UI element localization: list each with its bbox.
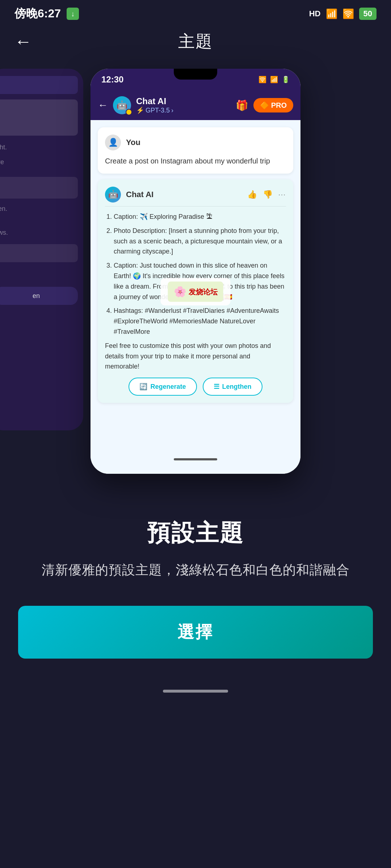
chat-model: ⚡ GPT-3.5 › <box>136 106 173 114</box>
chat-avatar-badge <box>126 109 132 115</box>
ai-response-item3: Caption: Just touched down in this slice… <box>114 260 286 302</box>
action-buttons: 🔄 Regenerate ☰ Lengthen <box>105 378 286 396</box>
ai-avatar: 🤖 <box>105 187 121 203</box>
ai-message-header: 🤖 Chat AI 👍 👎 ··· <box>105 187 286 207</box>
status-bar: 傍晚6:27 ↓ HD 📶 🛜 50 <box>0 0 391 25</box>
chat-header-left: ← 🤖 Chat AI ⚡ GPT-3.5 › <box>98 96 173 114</box>
theme-title: 預設主題 <box>29 517 362 549</box>
user-name: You <box>126 138 140 147</box>
bottom-home-indicator <box>163 690 228 693</box>
header: ← 主題 <box>0 25 391 61</box>
ai-response-item4: Hashtags: #Wanderlust #TravelDiaries #Ad… <box>114 306 286 337</box>
ai-message: 🤖 Chat AI 👍 👎 ··· Caption: ✈️ Exploring … <box>98 179 293 403</box>
regenerate-button[interactable]: 🔄 Regenerate <box>129 378 197 396</box>
ai-header-left: 🤖 Chat AI <box>105 187 154 203</box>
chat-avatar: 🤖 <box>113 96 131 114</box>
phone-wifi-icon: 🛜 <box>258 76 266 84</box>
model-lightning-icon: ⚡ <box>136 106 144 114</box>
phone-signal-icon: 📶 <box>270 76 278 84</box>
theme-info: 預設主題 清新優雅的預設主題，淺綠松石色和白色的和諧融合 <box>0 495 391 595</box>
user-message-text: Create a post on Instagram about my wond… <box>105 156 286 166</box>
ai-actions: 👍 👎 ··· <box>247 190 286 199</box>
thumbdown-button[interactable]: 👎 <box>263 190 273 199</box>
back-button[interactable]: ← <box>14 33 32 50</box>
signal-icon: 📶 <box>326 8 337 20</box>
main-content: ight. ore een. d ews. s, en 12:30 🛜 📶 🔋 <box>0 61 391 495</box>
message-padding <box>98 409 293 438</box>
ai-response-item1: Caption: ✈️ Exploring Paradise 🏝 <box>114 212 286 222</box>
chat-app-header: ← 🤖 Chat AI ⚡ GPT-3.5 › 🎁 🔶 PRO <box>91 90 300 120</box>
user-message-header: 👤 You <box>105 135 286 150</box>
page-title: 主題 <box>178 30 213 53</box>
chat-title-group: Chat AI ⚡ GPT-3.5 › <box>136 96 173 114</box>
phone-notch-bar: 12:30 🛜 📶 🔋 <box>91 69 300 90</box>
status-time: 傍晚6:27 <box>14 6 61 22</box>
phone-left-preview: ight. ore een. d ews. s, en <box>0 69 83 430</box>
lengthen-button[interactable]: ☰ Lengthen <box>203 378 262 396</box>
phone-time: 12:30 <box>101 75 123 85</box>
user-avatar: 👤 <box>105 135 121 150</box>
thumbup-button[interactable]: 👍 <box>247 190 257 199</box>
ai-response-item2: Photo Description: [Insert a stunning ph… <box>114 226 286 257</box>
download-icon: ↓ <box>67 8 79 20</box>
home-indicator <box>174 458 217 460</box>
user-message: 👤 You Create a post on Instagram about m… <box>98 127 293 174</box>
ai-name: Chat AI <box>126 190 154 199</box>
theme-description: 清新優雅的預設主題，淺綠松石色和白色的和諧融合 <box>29 559 362 580</box>
battery-icon: 50 <box>359 8 377 20</box>
gift-icon[interactable]: 🎁 <box>236 99 248 111</box>
more-options-button[interactable]: ··· <box>278 191 286 199</box>
phone-status-icons: 🛜 📶 🔋 <box>258 76 290 84</box>
regenerate-icon: 🔄 <box>139 383 147 391</box>
bottom-nav <box>0 680 391 702</box>
status-icons: HD 📶 🛜 50 <box>309 8 377 20</box>
chat-header-right: 🎁 🔶 PRO <box>236 98 293 112</box>
phone-battery-icon: 🔋 <box>282 76 290 84</box>
phone-bottom <box>91 445 300 474</box>
chat-back-button[interactable]: ← <box>98 99 108 111</box>
select-button[interactable]: 選擇 <box>18 606 373 659</box>
ai-response-text: Caption: ✈️ Exploring Paradise 🏝 Photo D… <box>105 212 286 372</box>
ai-response-footer: Feel free to customize this post with yo… <box>105 341 286 372</box>
chat-name: Chat AI <box>136 96 173 106</box>
phone-notch <box>174 69 217 80</box>
hd-label: HD <box>309 9 321 18</box>
lengthen-icon: ☰ <box>214 383 219 391</box>
pro-badge[interactable]: 🔶 PRO <box>253 98 293 112</box>
select-section: 選擇 <box>0 595 391 680</box>
chat-messages: 👤 You Create a post on Instagram about m… <box>91 120 300 445</box>
phone-center: 12:30 🛜 📶 🔋 ← 🤖 Chat AI ⚡ G <box>91 69 300 474</box>
wifi-icon: 🛜 <box>342 8 354 20</box>
